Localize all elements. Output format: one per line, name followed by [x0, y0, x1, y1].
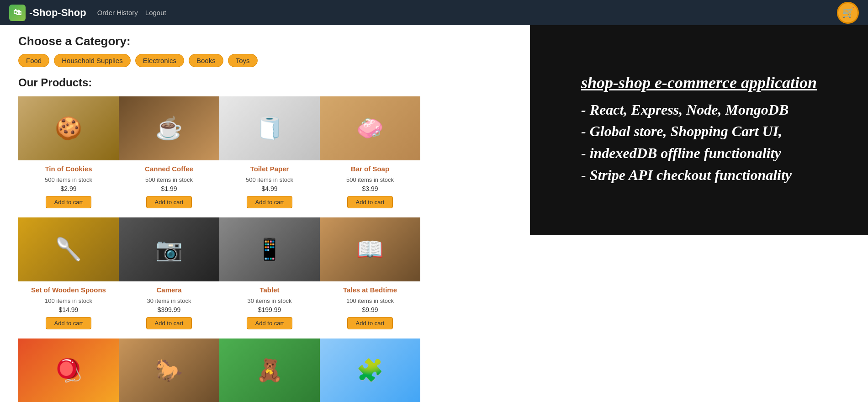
product-name-5: Camera	[156, 286, 181, 294]
overlay-item-1: - Global store, Shopping Cart UI,	[581, 122, 817, 141]
category-tag-electronics[interactable]: Electronics	[135, 54, 184, 67]
category-tag-food[interactable]: Food	[18, 54, 49, 67]
product-icon-4: 🥄	[18, 217, 119, 281]
add-to-cart-button-6[interactable]: Add to cart	[247, 317, 293, 329]
product-image-8: 🪀	[18, 339, 119, 402]
product-icon-2: 🧻	[219, 96, 320, 160]
product-price-4: $14.99	[59, 306, 79, 313]
overlay-item-3: - Stripe API checkout functionality	[581, 166, 817, 185]
product-card-6: 📱Tablet30 items in stock$199.99Add to ca…	[219, 217, 320, 339]
product-card-1: ☕Canned Coffee500 items in stock$1.99Add…	[119, 96, 219, 217]
brand-link[interactable]: 🛍 -Shop-Shop	[9, 5, 86, 21]
product-card-2: 🧻Toilet Paper500 items in stock$4.99Add …	[219, 96, 320, 217]
overlay-title: shop-shop e-commerce application	[581, 73, 817, 92]
product-name-4: Set of Wooden Spoons	[31, 286, 106, 294]
category-tag-books[interactable]: Books	[189, 54, 223, 67]
product-stock-5: 30 items in stock	[147, 297, 191, 304]
product-icon-10: 🧸	[219, 339, 320, 402]
product-image-1: ☕	[119, 96, 219, 160]
product-card-4: 🥄Set of Wooden Spoons100 items in stock$…	[18, 217, 119, 339]
product-price-2: $4.99	[261, 185, 277, 192]
product-card-5: 📷Camera30 items in stock$399.99Add to ca…	[119, 217, 219, 339]
product-icon-1: ☕	[119, 96, 219, 160]
product-image-11: 🧩	[320, 339, 420, 402]
logout-link[interactable]: Logout	[145, 9, 166, 16]
product-card-7: 📖Tales at Bedtime100 items in stock$9.99…	[320, 217, 420, 339]
category-tag-household-supplies[interactable]: Household Supplies	[54, 54, 130, 67]
product-price-7: $9.99	[362, 306, 378, 313]
add-to-cart-button-7[interactable]: Add to cart	[347, 317, 393, 329]
product-name-3: Bar of Soap	[351, 165, 389, 173]
add-to-cart-button-3[interactable]: Add to cart	[347, 196, 393, 208]
add-to-cart-button-1[interactable]: Add to cart	[146, 196, 192, 208]
category-heading: Choose a Category:	[18, 34, 576, 48]
navbar: 🛍 -Shop-Shop Order History Logout 🛒	[0, 0, 868, 25]
product-card-0: 🍪Tin of Cookies500 items in stock$2.99Ad…	[18, 96, 119, 217]
product-image-4: 🥄	[18, 217, 119, 281]
category-tag-toys[interactable]: Toys	[228, 54, 258, 67]
order-history-link[interactable]: Order History	[97, 9, 138, 16]
products-heading: Our Products:	[18, 76, 576, 89]
main-content: Choose a Category: FoodHousehold Supplie…	[0, 25, 594, 402]
product-stock-7: 100 items in stock	[346, 297, 394, 304]
product-name-1: Canned Coffee	[145, 165, 193, 173]
product-price-5: $399.99	[158, 306, 181, 313]
product-price-0: $2.99	[60, 185, 76, 192]
brand-name: -Shop-Shop	[29, 7, 86, 19]
product-stock-4: 100 items in stock	[45, 297, 92, 304]
product-stock-6: 30 items in stock	[248, 297, 292, 304]
product-image-9: 🐎	[119, 339, 219, 402]
product-icon-0: 🍪	[18, 96, 119, 160]
products-grid: 🍪Tin of Cookies500 items in stock$2.99Ad…	[18, 96, 576, 402]
product-name-7: Tales at Bedtime	[343, 286, 397, 294]
product-price-1: $1.99	[161, 185, 177, 192]
product-icon-7: 📖	[320, 217, 420, 281]
product-card-10: 🧸Toy Bear50 items in stock$9.99Add to ca…	[219, 339, 320, 402]
product-icon-3: 🧼	[320, 96, 420, 160]
product-icon-5: 📷	[119, 217, 219, 281]
product-image-10: 🧸	[219, 339, 320, 402]
brand-icon: 🛍	[9, 5, 26, 21]
overlay-panel: shop-shop e-commerce application - React…	[530, 25, 868, 235]
overlay-list: - React, Express, Node, MongoDB- Global …	[581, 100, 817, 185]
product-icon-11: 🧩	[320, 339, 420, 402]
product-stock-0: 500 items in stock	[45, 176, 92, 183]
product-image-3: 🧼	[320, 96, 420, 160]
add-to-cart-button-0[interactable]: Add to cart	[46, 196, 92, 208]
category-tags: FoodHousehold SuppliesElectronicsBooksTo…	[18, 54, 576, 67]
navbar-links: Order History Logout	[97, 9, 166, 16]
product-image-5: 📷	[119, 217, 219, 281]
product-stock-1: 500 items in stock	[145, 176, 193, 183]
product-stock-3: 500 items in stock	[346, 176, 394, 183]
product-image-6: 📱	[219, 217, 320, 281]
product-image-7: 📖	[320, 217, 420, 281]
overlay-item-2: - indexedDB offline functionality	[581, 144, 817, 163]
cart-button[interactable]: 🛒	[837, 2, 859, 24]
cart-icon: 🛒	[842, 7, 854, 19]
navbar-left: 🛍 -Shop-Shop Order History Logout	[9, 5, 166, 21]
product-card-8: 🪀Spinning Top50 items in stock$7.99Add t…	[18, 339, 119, 402]
product-stock-2: 500 items in stock	[246, 176, 293, 183]
add-to-cart-button-2[interactable]: Add to cart	[247, 196, 293, 208]
add-to-cart-button-4[interactable]: Add to cart	[46, 317, 92, 329]
product-price-6: $199.99	[258, 306, 281, 313]
product-card-11: 🧩Building Blocks50 items in stock$15.99A…	[320, 339, 420, 402]
product-name-0: Tin of Cookies	[45, 165, 92, 173]
overlay-content: shop-shop e-commerce application - React…	[581, 73, 817, 187]
product-card-9: 🐎Toy Horses50 items in stock$12.99Add to…	[119, 339, 219, 402]
product-image-2: 🧻	[219, 96, 320, 160]
add-to-cart-button-5[interactable]: Add to cart	[146, 317, 192, 329]
product-price-3: $3.99	[362, 185, 378, 192]
product-card-3: 🧼Bar of Soap500 items in stock$3.99Add t…	[320, 96, 420, 217]
product-icon-6: 📱	[219, 217, 320, 281]
product-name-2: Toilet Paper	[250, 165, 289, 173]
product-name-6: Tablet	[259, 286, 279, 294]
product-icon-8: 🪀	[18, 339, 119, 402]
overlay-item-0: - React, Express, Node, MongoDB	[581, 100, 817, 120]
product-image-0: 🍪	[18, 96, 119, 160]
product-icon-9: 🐎	[119, 339, 219, 402]
